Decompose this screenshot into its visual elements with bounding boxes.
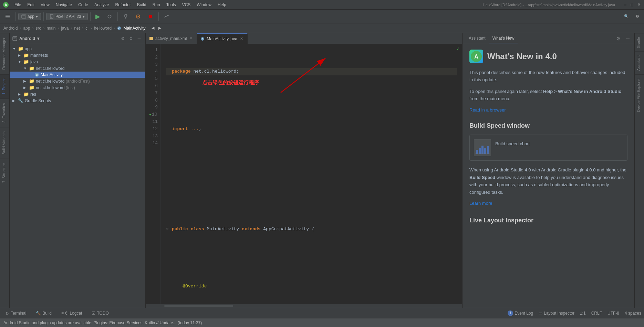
build-icon: 🔨 xyxy=(36,311,41,316)
breadcrumb-src[interactable]: src xyxy=(35,26,41,31)
attach-debugger-btn[interactable] xyxy=(133,13,144,20)
app-icon: A xyxy=(3,2,9,8)
svg-rect-4 xyxy=(6,18,10,18)
tree-item-res[interactable]: ▶ 📁 res xyxy=(10,91,145,97)
svg-rect-9 xyxy=(125,14,127,17)
tree-item-java[interactable]: ▼ 📁 java xyxy=(10,59,145,65)
tree-item-app[interactable]: ▼ 📁 app xyxy=(10,45,145,52)
close-tab-java[interactable]: ✕ xyxy=(239,36,244,41)
menu-tools[interactable]: Tools xyxy=(164,2,179,8)
line-numbers: 1 2 3 4 5 6 7 8 9 ●10 11 12 13 14 xyxy=(146,44,161,304)
svg-line-26 xyxy=(281,58,325,93)
tab-whats-new[interactable]: What's New xyxy=(489,34,518,43)
device-dropdown[interactable]: Pixel 2 API 23 ▾ xyxy=(46,13,88,20)
menu-analyze[interactable]: Analyze xyxy=(92,2,112,8)
svg-text:C: C xyxy=(36,73,38,76)
profile-btn[interactable] xyxy=(161,13,172,20)
menu-edit[interactable]: Edit xyxy=(24,2,37,8)
svg-text:C: C xyxy=(202,38,204,40)
tree-item-net-cl-helloword[interactable]: ▼ 📁 net.cl.helloword xyxy=(10,65,145,72)
stop-btn[interactable] xyxy=(145,13,156,20)
tab-structure[interactable]: 7: Structure xyxy=(0,159,9,187)
breadcrumb-mainactivity[interactable]: C MainActivity xyxy=(117,26,145,31)
tab-build-variants[interactable]: Build Variants xyxy=(0,127,9,159)
gradle-tab[interactable]: Gradle xyxy=(635,33,644,52)
menu-run[interactable]: Run xyxy=(150,2,163,8)
menu-vcs[interactable]: VCS xyxy=(179,2,194,8)
build-tab[interactable]: 🔨 Build xyxy=(32,310,55,317)
build-speed-chart-thumbnail xyxy=(474,139,491,156)
tree-item-android-test[interactable]: ▶ 📁 net.cl.helloword (androidTest) xyxy=(10,78,145,84)
live-layout-title: Live Layout Inspector xyxy=(469,215,627,225)
layout-inspector-btn[interactable]: ▭ Layout Inspector xyxy=(539,311,574,316)
tab-favorites[interactable]: 2: Favorites xyxy=(0,98,9,127)
logcat-icon: ≡ xyxy=(61,311,64,316)
settings-icon[interactable]: ⚙ xyxy=(614,35,622,42)
close-button[interactable]: ✕ xyxy=(636,2,641,7)
tab-assistant[interactable]: Assistant xyxy=(465,34,489,43)
annotation-overlay: 点击绿色的按钮运行程序 xyxy=(202,78,339,147)
menu-help[interactable]: Help xyxy=(215,2,229,8)
menu-file[interactable]: File xyxy=(12,2,24,8)
android-studio-logo: A xyxy=(469,50,483,63)
maximize-button[interactable]: □ xyxy=(630,2,634,7)
terminal-tab[interactable]: ▷ Terminal xyxy=(3,310,30,317)
horizontal-scrollbar[interactable] xyxy=(146,304,462,308)
assistant-side-tab[interactable]: Assistant xyxy=(635,52,644,74)
menu-code[interactable]: Code xyxy=(75,2,91,8)
tab-activity-main-xml[interactable]: activity_main.xml ✕ xyxy=(146,33,197,44)
read-in-browser-link[interactable]: Read in a browser xyxy=(469,107,506,113)
cursor-position: 1:1 xyxy=(580,311,586,316)
tab-resource-manager[interactable]: Resource Manager xyxy=(0,33,9,74)
tab-project[interactable]: 1: Project xyxy=(0,74,9,98)
breadcrumb-java[interactable]: java xyxy=(61,26,69,31)
left-vertical-tabs: Resource Manager 1: Project 2: Favorites… xyxy=(0,33,10,308)
right-panel-actions: ⚙ ─ xyxy=(614,35,632,42)
breadcrumb-cl[interactable]: cl xyxy=(85,26,89,31)
event-log-btn[interactable]: i Event Log xyxy=(508,310,533,316)
menu-window[interactable]: Window xyxy=(194,2,214,8)
hide-panel-btn[interactable]: ─ xyxy=(624,35,632,42)
run-button[interactable]: ▶ xyxy=(93,12,103,21)
file-tree: ▼ 📁 app ▶ 📁 manifests ▼ 📁 java ▼ 📁 net.c… xyxy=(10,44,145,308)
nav-back-btn[interactable]: ◀ xyxy=(150,25,156,31)
encoding: UTF-8 xyxy=(607,311,619,316)
project-panel-header: Android ▾ ⚙ ⚙ ─ xyxy=(10,33,145,44)
tab-mainactivity-java[interactable]: C MainActivity.java ✕ xyxy=(197,33,247,44)
close-tab-xml[interactable]: ✕ xyxy=(189,36,193,41)
learn-more-link[interactable]: Learn more xyxy=(469,201,492,206)
menu-build[interactable]: Build xyxy=(134,2,149,8)
editor-area: activity_main.xml ✕ C MainActivity.java … xyxy=(146,33,462,308)
breadcrumb-net[interactable]: net xyxy=(74,26,80,31)
menu-refactor[interactable]: Refactor xyxy=(113,2,134,8)
breadcrumb-app[interactable]: app xyxy=(23,26,30,31)
svg-rect-32 xyxy=(481,146,484,154)
sync-btn[interactable] xyxy=(104,13,115,20)
tree-item-manifests[interactable]: ▶ 📁 manifests xyxy=(10,52,145,59)
settings-btn[interactable]: ⚙ xyxy=(633,13,642,20)
tree-item-mainactivity[interactable]: C MainActivity xyxy=(10,72,145,78)
minimize-panel-btn[interactable]: ─ xyxy=(136,35,143,42)
nav-forward-btn[interactable]: ▶ xyxy=(157,25,163,31)
toolbar: app ▾ Pixel 2 API 23 ▾ ▶ 🔍 ⚙ xyxy=(0,10,644,23)
todo-tab[interactable]: ☑ TODO xyxy=(88,310,112,317)
breadcrumb-main[interactable]: main xyxy=(46,26,55,31)
app-config-dropdown[interactable]: app ▾ xyxy=(18,13,41,20)
tree-item-gradle-scripts[interactable]: ▶ 🔧 Gradle Scripts xyxy=(10,97,145,104)
debug-btn[interactable] xyxy=(120,13,131,20)
svg-text:C: C xyxy=(118,27,120,30)
logcat-tab[interactable]: ≡ 6: Logcat xyxy=(58,310,85,317)
gear-options-btn[interactable]: ⚙ xyxy=(127,35,134,42)
menu-view[interactable]: View xyxy=(38,2,52,8)
toolbar-btn-1[interactable] xyxy=(2,13,13,20)
minimize-button[interactable]: ─ xyxy=(623,2,627,7)
code-editor[interactable]: package net.cl.helloword; import ...; ⊖ … xyxy=(161,44,462,304)
device-file-explorer-tab[interactable]: Device File Explorer xyxy=(635,74,644,115)
tree-item-test[interactable]: ▶ 📁 net.cl.helloword (test) xyxy=(10,84,145,91)
cog-btn[interactable]: ⚙ xyxy=(119,35,126,42)
menu-navigate[interactable]: Navigate xyxy=(53,2,75,8)
breadcrumb-android[interactable]: Android xyxy=(3,26,18,31)
breadcrumb-helloword[interactable]: helloword xyxy=(94,26,112,31)
search-everywhere-btn[interactable]: 🔍 xyxy=(621,13,632,20)
editor-content[interactable]: 1 2 3 4 5 6 7 8 9 ●10 11 12 13 14 xyxy=(146,44,462,304)
